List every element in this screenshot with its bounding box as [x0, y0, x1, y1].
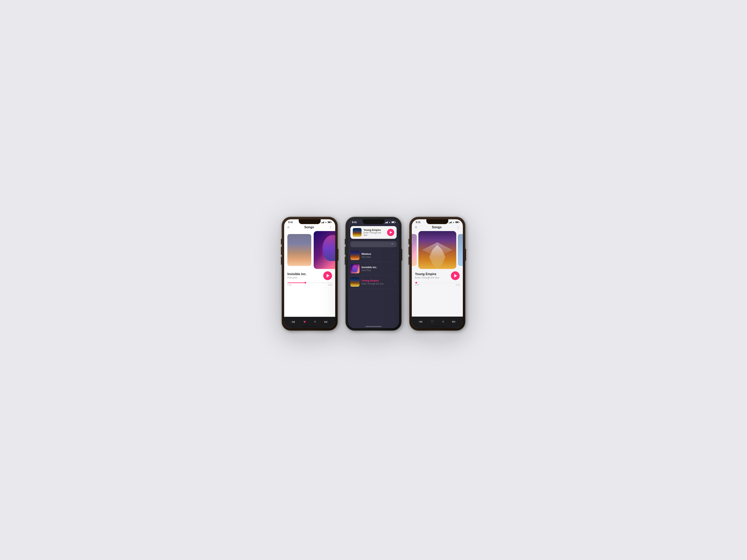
status-time-2: 9:41 — [352, 221, 357, 224]
song-subtitle-invisible: Fine Print — [362, 269, 391, 271]
track-subtitle-1: Fine print — [287, 276, 307, 279]
search-icon-2: 🔍 — [391, 243, 394, 246]
album-carousel-3 — [412, 231, 463, 269]
album-cover-side-right-3 — [458, 234, 463, 266]
mini-album-art-2 — [353, 228, 362, 237]
search-bar-2[interactable]: 🔍 — [351, 241, 396, 247]
signal-3 — [449, 221, 452, 223]
mini-title-2: Young Empire — [363, 229, 385, 232]
progress-dot-1 — [305, 282, 306, 284]
album-cover-side-1 — [287, 234, 311, 266]
phone-2-reflection — [350, 331, 397, 343]
track-title-1: Invisible inc. — [287, 272, 307, 276]
phone-3-screen: 9:41 ▲ — [412, 219, 463, 328]
list-button-3[interactable]: ≡ — [442, 320, 444, 324]
prev-button-3[interactable]: ⏮ — [419, 320, 422, 324]
song-title-madeux: Madeux — [362, 252, 391, 256]
status-icons-2: ▲ — [385, 221, 395, 223]
song-thumb-invisible — [351, 264, 360, 273]
song-info-youngempire: Young Empire Enter Through the Sun — [362, 279, 392, 285]
song-menu-invisible[interactable]: ··· — [393, 267, 396, 270]
mini-player-2[interactable]: Young Empire Enter Through the Sun — [351, 226, 396, 239]
battery-1 — [328, 221, 331, 223]
wifi-icon-3: ▲ — [453, 221, 455, 223]
list-button-1[interactable]: ≡ — [314, 320, 316, 324]
wifi-icon-1: ▲ — [325, 221, 327, 223]
song-title-invisible: Invisible inc. — [362, 266, 391, 269]
song-heart-youngempire[interactable]: ♡ — [394, 280, 396, 284]
song-title-youngempire: Young Empire — [362, 279, 392, 282]
phone-2: 9:41 ▲ — [345, 217, 402, 343]
song-thumb-youngempire — [351, 277, 360, 287]
track-info-1: Invisible inc. Fine print — [284, 269, 335, 281]
more-button-3[interactable]: ⋮ — [457, 225, 460, 229]
mini-track-info-2: Young Empire Enter Through the Sun — [363, 229, 385, 236]
battery-3 — [455, 221, 459, 223]
album-carousel-1 — [284, 231, 335, 269]
play-icon-1 — [327, 274, 330, 277]
song-subtitle-youngempire: Enter Through the Sun — [362, 283, 392, 285]
back-button-1[interactable]: < — [287, 225, 289, 230]
next-button-3[interactable]: ⏭ — [452, 320, 456, 324]
heart-button-1[interactable]: ♥ — [304, 320, 306, 324]
song-info-invisible: Invisible inc. Fine Print — [362, 266, 391, 271]
track-subtitle-3: Enter Through the Sun — [415, 276, 439, 279]
song-item-invisible[interactable]: Invisible inc. Fine Print ··· — [351, 262, 396, 275]
phones-container: 9:41 ▲ — [282, 217, 465, 343]
total-time-1: 3:30 — [328, 284, 332, 286]
phone-1-notch — [299, 219, 321, 224]
heart-button-3[interactable]: ♡ — [431, 319, 434, 324]
time-labels-1: 1:25 3:30 — [287, 284, 332, 286]
mini-play-button-2[interactable] — [387, 229, 394, 236]
phone-3-content: 9:41 ▲ — [412, 219, 463, 328]
phone-1: 9:41 ▲ — [282, 217, 338, 343]
next-button-1[interactable]: ⏭ — [324, 320, 328, 324]
progress-dot-3 — [416, 282, 417, 284]
play-button-1[interactable] — [323, 271, 332, 280]
home-indicator-1 — [302, 326, 318, 327]
song-menu-madeux[interactable]: ··· — [393, 254, 396, 257]
song-item-youngempire[interactable]: Young Empire Enter Through the Sun ♡ — [351, 275, 396, 289]
status-time-1: 9:41 — [288, 221, 293, 224]
phone-1-content: 9:41 ▲ — [284, 219, 335, 328]
page-title-3: Songs — [432, 225, 442, 229]
song-item-madeux[interactable]: Madeux New Wav ··· — [351, 249, 396, 262]
track-text-1: Invisible inc. Fine print — [287, 272, 307, 279]
page-title-1: Songs — [304, 225, 314, 229]
current-time-3: 0:04 — [415, 284, 419, 286]
more-button-1[interactable]: ⋮ — [329, 225, 332, 229]
current-time-1: 1:25 — [287, 284, 291, 286]
progress-bar-3[interactable] — [415, 283, 460, 283]
phone-3: 9:41 ▲ — [409, 217, 465, 343]
wifi-icon-2: ▲ — [389, 221, 391, 223]
header-1: < Songs ⋮ — [284, 224, 335, 231]
status-icons-3: ▲ — [449, 221, 459, 223]
phone-3-shell: 9:41 ▲ — [409, 217, 465, 330]
home-indicator-3 — [429, 326, 445, 327]
phone-2-notch — [363, 219, 384, 224]
status-icons-1: ▲ — [321, 221, 331, 223]
album-cover-main-3[interactable] — [418, 231, 456, 269]
back-button-3[interactable]: < — [415, 225, 417, 230]
progress-area-1: 1:25 3:30 — [284, 281, 335, 287]
phone-1-screen: 9:41 ▲ — [284, 219, 335, 328]
phone-1-reflection — [286, 331, 334, 343]
phone-1-shell: 9:41 ▲ — [282, 217, 338, 330]
progress-fill-1 — [287, 283, 305, 283]
play-icon-3 — [454, 274, 457, 277]
play-button-3[interactable] — [451, 271, 460, 280]
track-info-3: Young Empire Enter Through the Sun — [412, 269, 463, 281]
phone-2-screen: 9:41 ▲ — [348, 219, 399, 328]
album-cover-main-1[interactable] — [314, 231, 335, 269]
song-thumb-madeux — [351, 251, 360, 260]
phone-3-reflection — [413, 331, 461, 343]
signal-2 — [385, 221, 388, 223]
phone-3-notch — [426, 219, 448, 224]
status-time-3: 9:41 — [416, 221, 420, 224]
total-time-3: 2:19 — [456, 284, 460, 286]
signal-1 — [321, 221, 324, 223]
phone-2-shell: 9:41 ▲ — [345, 217, 402, 330]
prev-button-1[interactable]: ⏮ — [291, 320, 295, 324]
progress-bar-1[interactable] — [287, 283, 332, 283]
mini-subtitle-2: Enter Through the Sun — [363, 232, 385, 236]
